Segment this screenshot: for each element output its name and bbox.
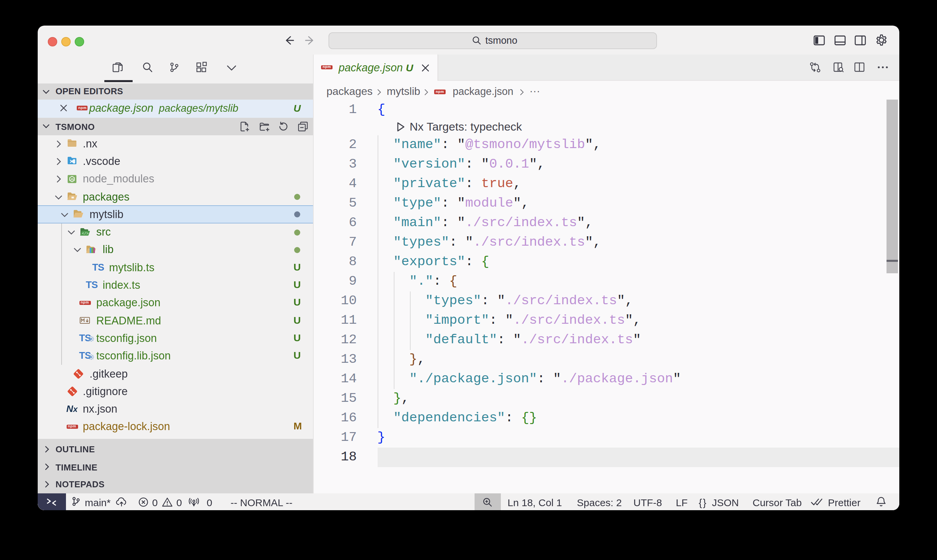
svg-text:JS: JS bbox=[70, 178, 73, 181]
svg-text:</>: </> bbox=[82, 231, 88, 235]
